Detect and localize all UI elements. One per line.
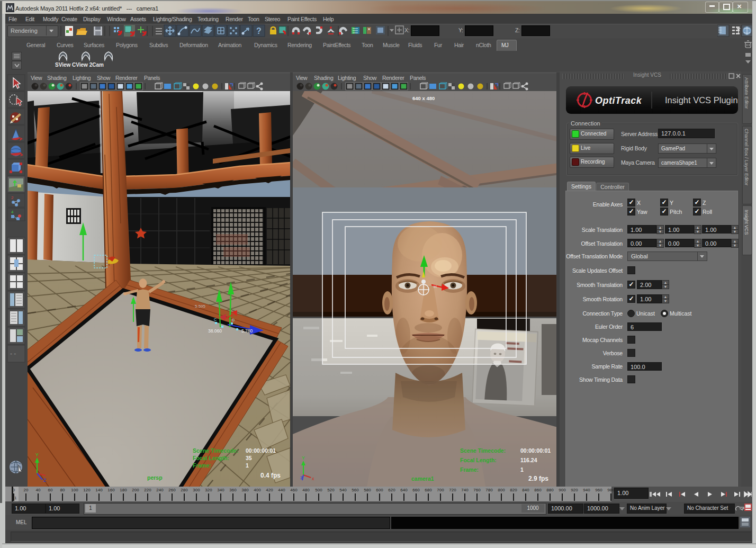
svg-text:580: 580 — [364, 488, 371, 492]
svg-text:820: 820 — [510, 488, 517, 492]
svg-text:740: 740 — [461, 488, 469, 492]
svg-text:980: 980 — [607, 488, 614, 492]
svg-text:920: 920 — [571, 488, 578, 492]
svg-text:320: 320 — [205, 488, 212, 492]
svg-text:1: 1 — [246, 462, 249, 469]
svg-text:OptiTrack: OptiTrack — [595, 95, 642, 106]
svg-text:420: 420 — [266, 488, 273, 492]
svg-text:40: 40 — [36, 488, 41, 492]
svg-text:720: 720 — [449, 488, 456, 492]
svg-text:780: 780 — [485, 488, 493, 492]
svg-text:35: 35 — [246, 455, 252, 461]
svg-text:116.24: 116.24 — [520, 457, 537, 463]
svg-text:SView CView 2Cam: SView CView 2Cam — [55, 62, 104, 68]
svg-text:220: 220 — [144, 488, 151, 492]
svg-text:camera1: camera1 — [411, 475, 434, 482]
svg-text:660: 660 — [412, 488, 420, 492]
svg-text:800: 800 — [498, 488, 505, 492]
svg-text:1: 1 — [520, 466, 524, 473]
svg-text:680: 680 — [425, 488, 432, 492]
svg-text:140: 140 — [95, 488, 103, 492]
svg-text:00:00:00:01: 00:00:00:01 — [520, 447, 551, 454]
svg-text:300: 300 — [193, 488, 200, 492]
svg-text:z: z — [300, 475, 303, 480]
svg-text:Focal Length:: Focal Length: — [460, 457, 497, 463]
svg-text:Frame:: Frame: — [193, 462, 211, 469]
svg-text:540: 540 — [339, 488, 347, 492]
svg-text:380: 380 — [241, 488, 249, 492]
svg-text:640 x 480: 640 x 480 — [412, 95, 435, 101]
svg-text:4: 4 — [11, 210, 14, 214]
svg-text:Z: Z — [43, 478, 47, 483]
svg-text:160: 160 — [107, 488, 115, 492]
svg-text:5.780: 5.780 — [241, 328, 253, 334]
svg-text:2: 2 — [11, 195, 14, 200]
svg-text:Y: Y — [131, 298, 134, 303]
svg-text:x: x — [312, 476, 314, 481]
svg-text:D: D — [232, 318, 235, 322]
svg-text:600: 600 — [376, 488, 383, 492]
svg-text:H: H — [434, 284, 437, 289]
svg-text:?: ? — [256, 26, 262, 35]
svg-text:640: 640 — [400, 488, 408, 492]
svg-text:C: C — [214, 318, 217, 321]
svg-text:Focal Length:: Focal Length: — [193, 455, 229, 461]
svg-text:480: 480 — [302, 488, 310, 492]
svg-text:960: 960 — [595, 488, 602, 492]
svg-text:60: 60 — [48, 488, 53, 492]
svg-text:80: 80 — [60, 488, 65, 492]
svg-text:620: 620 — [388, 488, 395, 492]
svg-text:460: 460 — [290, 488, 298, 492]
svg-text:260: 260 — [168, 488, 176, 492]
svg-text:1: 1 — [14, 496, 17, 500]
svg-text:00:00:00:01: 00:00:00:01 — [246, 447, 276, 454]
svg-text:120: 120 — [83, 488, 91, 492]
svg-text:180: 180 — [120, 488, 127, 492]
svg-text:900: 900 — [559, 488, 566, 492]
svg-text:760: 760 — [473, 488, 481, 492]
svg-text:38.060: 38.060 — [208, 328, 222, 334]
svg-text:Insight VCS Plugin: Insight VCS Plugin — [665, 95, 738, 105]
svg-text:280: 280 — [181, 488, 188, 492]
svg-text:880: 880 — [546, 488, 554, 492]
svg-text:Y: Y — [35, 452, 39, 457]
svg-text:Y: Y — [302, 455, 305, 461]
svg-text:- -: - - — [10, 350, 16, 357]
svg-text:400: 400 — [254, 488, 261, 492]
svg-text:940: 940 — [583, 488, 590, 492]
svg-text:700: 700 — [437, 488, 444, 492]
svg-text:5.595: 5.595 — [195, 304, 206, 309]
svg-text:340: 340 — [217, 488, 224, 492]
svg-text:Frame:: Frame: — [460, 466, 479, 473]
svg-text:20: 20 — [24, 488, 29, 492]
svg-text:500: 500 — [315, 488, 322, 492]
svg-text:0.4 fps: 0.4 fps — [260, 472, 281, 479]
svg-text:100: 100 — [71, 488, 78, 492]
svg-text:Scene Timecode:: Scene Timecode: — [193, 447, 238, 454]
svg-text:2.9 fps: 2.9 fps — [528, 475, 548, 482]
svg-text:860: 860 — [534, 488, 542, 492]
svg-text:persp: persp — [147, 474, 163, 481]
svg-text:0: 0 — [13, 488, 15, 492]
svg-text:560: 560 — [352, 488, 359, 492]
svg-text:360: 360 — [229, 488, 237, 492]
svg-text:Scene Timecode:: Scene Timecode: — [460, 447, 506, 454]
svg-text:440: 440 — [278, 488, 285, 492]
svg-text:240: 240 — [156, 488, 164, 492]
svg-text:840: 840 — [522, 488, 529, 492]
svg-text:200: 200 — [132, 488, 139, 492]
svg-text:520: 520 — [327, 488, 335, 492]
